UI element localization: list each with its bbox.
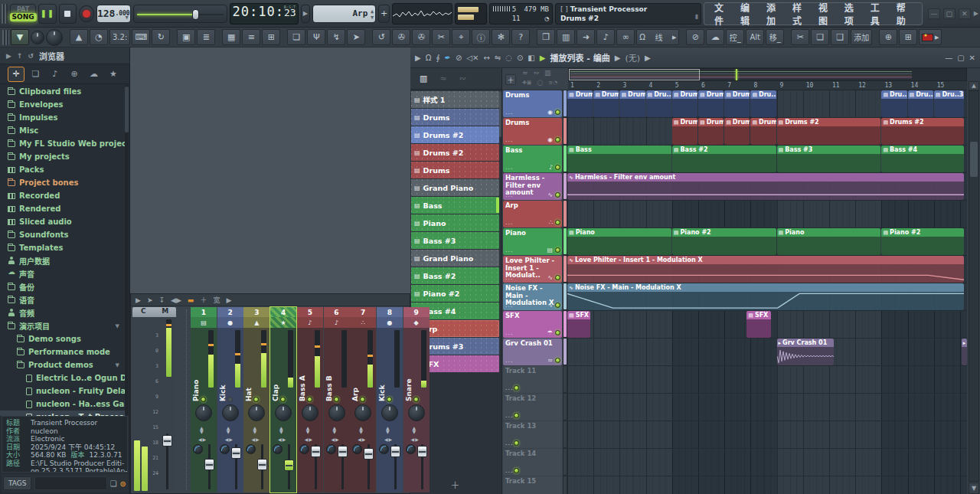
menu-item-样式[interactable]: 样式: [787, 1, 813, 27]
pattern-clip[interactable]: ▤Dru..3: [934, 90, 964, 117]
pattern-row[interactable]: ▤Drums #2: [411, 126, 499, 143]
pattern-clip[interactable]: ▤Drums: [698, 90, 724, 117]
stop-button[interactable]: [59, 4, 77, 24]
plugin-tab[interactable]: ✛: [8, 67, 24, 82]
preview-speaker-icon[interactable]: ▶: [540, 54, 546, 62]
menu-item-视图[interactable]: 视图: [813, 1, 839, 27]
help-icon[interactable]: ?: [511, 29, 530, 45]
menu-item-选项[interactable]: 选项: [839, 1, 865, 27]
automation-clip[interactable]: ∿Noise FX - Main - Modulation X: [567, 283, 964, 310]
track-header[interactable]: Noise FX - Main - Modulation X...∿: [503, 283, 562, 310]
scroll-down-button[interactable]: ▼: [969, 483, 979, 494]
track-options-dots[interactable]: ...: [505, 412, 514, 419]
chain-icon[interactable]: ∞: [616, 29, 635, 45]
playlist-minimize-icon[interactable]: —: [945, 54, 952, 62]
pan-arrows[interactable]: ◀▶: [278, 437, 286, 442]
sfx-channel-icon[interactable]: ☂: [547, 329, 553, 336]
pan-arrows[interactable]: ◀▶: [305, 437, 313, 442]
track-header[interactable]: Love Philter - Insert 1 - Modulat.....∿: [503, 256, 562, 283]
mixer-touch-icon[interactable]: ➤: [147, 296, 153, 304]
mixer-width-label[interactable]: 宽: [213, 295, 220, 305]
mute-tool-icon[interactable]: ◁✕: [466, 54, 479, 62]
channel-enable-led[interactable]: [201, 397, 206, 402]
pattern-clip[interactable]: ▤SFX: [567, 311, 590, 338]
pat-song-toggle[interactable]: PAT SONG: [10, 4, 36, 24]
track-enable-led[interactable]: [555, 220, 560, 225]
audio-clip-icon[interactable]: ≈: [547, 357, 553, 364]
browser-item[interactable]: 备份: [0, 280, 126, 293]
record-disk-icon[interactable]: ▼: [11, 29, 29, 45]
pattern-clip[interactable]: ▤Piano: [777, 228, 881, 255]
pattern-clip[interactable]: ▤Drums #2: [881, 118, 964, 145]
pattern-clip[interactable]: ▤Bass #2: [672, 146, 776, 172]
menu-item-文件[interactable]: 文件: [709, 1, 735, 27]
channel-enable-led[interactable]: [307, 397, 312, 402]
performance-icon[interactable]: ⊞: [262, 29, 280, 45]
automation-clip[interactable]: ∿Love Philter - Insert 1 - Modulation X: [567, 256, 964, 283]
pan-arrows[interactable]: ◀▶: [251, 437, 260, 442]
browser-item[interactable]: nucleon - Fruity Delay 3: [0, 384, 126, 397]
toolbar-grip[interactable]: [2, 4, 8, 24]
center-playhead-icon[interactable]: ⊕: [879, 29, 897, 45]
pan-knob[interactable]: [352, 444, 362, 454]
automation-icon[interactable]: ∿: [547, 191, 553, 198]
browser-item[interactable]: Recorded: [0, 189, 126, 202]
pan-knob[interactable]: [406, 444, 416, 454]
browser-item[interactable]: Project bones: [0, 176, 126, 189]
minimize-button[interactable]: —: [928, 8, 940, 19]
playlist-maximize-icon[interactable]: ▢: [957, 54, 964, 62]
stereo-sep-spinner[interactable]: ▲▼: [253, 426, 256, 433]
toolbar-button-Alt[interactable]: Alt: [746, 29, 764, 45]
pan-knob[interactable]: [326, 444, 336, 454]
pan-knob[interactable]: [379, 444, 389, 454]
pattern-clip[interactable]: ▤Dru..2: [646, 90, 671, 117]
channel-volume-knob[interactable]: [222, 404, 239, 421]
menu-item-工具[interactable]: 工具: [865, 1, 891, 27]
playlist-subtitle[interactable]: (无): [625, 51, 640, 64]
picker-add-button[interactable]: ＋: [451, 478, 460, 491]
overlay-icon[interactable]: ▣: [177, 29, 195, 45]
close-button[interactable]: ✕: [959, 8, 971, 19]
audio-track-icon[interactable]: ≈: [522, 69, 528, 77]
channel-fader-thumb[interactable]: [390, 446, 400, 457]
pattern-row[interactable]: ▤Bass #2: [411, 267, 499, 284]
automation-icon[interactable]: ∿: [547, 274, 553, 281]
tags-folder-icon[interactable]: ❏: [110, 479, 117, 488]
pan-knob[interactable]: [193, 444, 203, 454]
pattern-clip[interactable]: ▤Drums: [672, 118, 697, 145]
track-enable-led[interactable]: [555, 165, 560, 170]
audio-clip[interactable]: ▸: [962, 339, 967, 365]
track-lane[interactable]: ▤Drums▤Drums▤Drums▤Drums▤Drums #2▤Drums …: [567, 118, 967, 146]
browser-item[interactable]: Impulses: [0, 111, 126, 124]
pattern-row[interactable]: ▤Drums: [411, 109, 499, 126]
mixer-channel[interactable]: 8●Kick▲▼◀▶: [377, 307, 403, 492]
track-header[interactable]: Track 11...: [503, 366, 562, 393]
slide-tool-icon[interactable]: ⇋: [495, 54, 501, 62]
channel-enable-led[interactable]: [253, 397, 259, 402]
channel-fader-thumb[interactable]: [364, 448, 374, 460]
expand-arrow-icon[interactable]: ▼: [116, 362, 119, 368]
pattern-spinner[interactable]: ▲▼: [371, 8, 374, 21]
browser-scrollbar[interactable]: [125, 85, 129, 416]
piano-channel-icon[interactable]: ▤: [547, 247, 553, 254]
picker-scrollbar[interactable]: [499, 91, 501, 137]
channel-fader-thumb[interactable]: [338, 446, 348, 457]
playback-tool-icon[interactable]: ◧: [528, 54, 534, 62]
pattern-row[interactable]: ▤Piano #2: [411, 285, 499, 302]
pattern-clip[interactable]: ▤Drums: [724, 90, 750, 117]
pattern-clip[interactable]: ▤Drums: [619, 90, 645, 117]
save-icon[interactable]: ✇: [392, 29, 410, 45]
track-options-dots[interactable]: ...: [505, 357, 514, 364]
toolbar-grip[interactable]: [2, 30, 9, 45]
menu-item-添加[interactable]: 添加: [761, 1, 787, 27]
track-enable-led[interactable]: [514, 440, 519, 446]
bass-channel-icon[interactable]: ♪: [549, 164, 553, 171]
wait-input-icon[interactable]: ◔: [90, 29, 108, 45]
mixer-add-icon[interactable]: ＋: [200, 295, 207, 305]
about-icon[interactable]: ✻: [492, 29, 510, 45]
track-lane[interactable]: ▤SFX▤SFX: [567, 311, 967, 339]
track-lane[interactable]: [567, 394, 967, 421]
track-options-dots[interactable]: ...: [505, 302, 514, 309]
track-enable-led[interactable]: [555, 247, 560, 253]
channel-enable-led[interactable]: [360, 397, 365, 402]
